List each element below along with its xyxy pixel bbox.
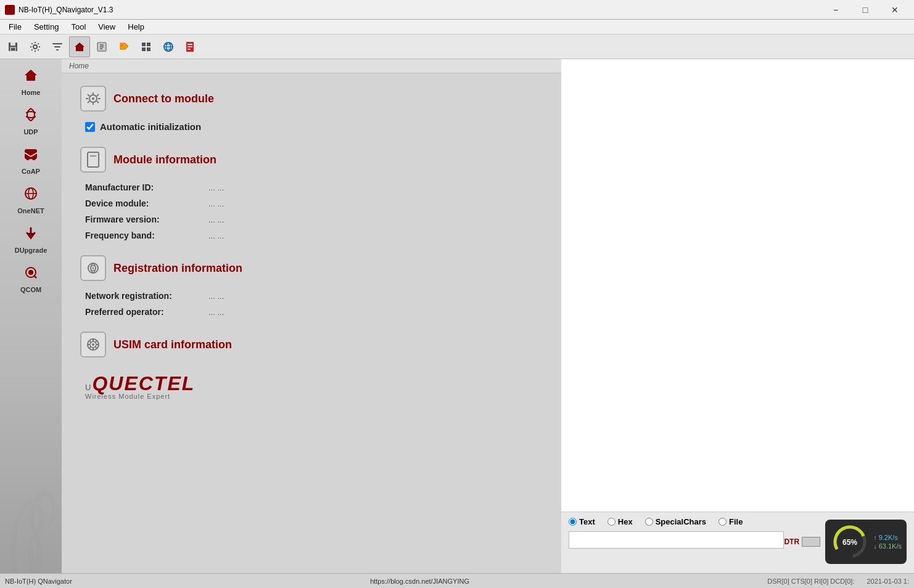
speed-up: ↑ 9.2K/s	[873, 534, 902, 541]
radio-file[interactable]: File	[718, 517, 743, 526]
log-button[interactable]	[180, 36, 201, 57]
maximize-button[interactable]: □	[851, 0, 879, 20]
minimize-button[interactable]: −	[821, 0, 850, 20]
svg-line-28	[34, 276, 36, 278]
svg-text:65%: 65%	[842, 538, 857, 547]
radio-file-label: File	[729, 517, 743, 526]
breadcrumb: Home	[62, 59, 561, 73]
svg-line-42	[95, 346, 97, 348]
radio-hex[interactable]: Hex	[607, 517, 633, 526]
preferred-operator-row: Preferred operator: ... ...	[80, 307, 543, 317]
sidebar-item-home[interactable]: Home	[0, 62, 62, 101]
radio-specialchars-input[interactable]	[645, 518, 653, 526]
filter-button[interactable]	[47, 36, 68, 57]
firmware-version-row: Firmware version: ... ...	[80, 214, 543, 224]
tag-button[interactable]	[113, 36, 134, 57]
globe-button[interactable]	[158, 36, 179, 57]
network-registration-label: Network registration:	[85, 291, 208, 301]
manufacturer-id-value: ... ...	[208, 183, 224, 192]
udp-icon	[22, 106, 39, 127]
svg-point-38	[92, 343, 94, 346]
status-left: NB-IoT(H) QNavigator	[5, 578, 72, 585]
sidebar-label-dupgrade: DUpgrade	[15, 247, 47, 254]
svg-rect-1	[10, 43, 15, 46]
svg-point-30	[92, 97, 94, 100]
app-title: NB-IoT(H)_QNavigator_V1.3	[19, 6, 113, 14]
registration-info-title: Registration information	[113, 262, 242, 275]
svg-point-35	[93, 267, 94, 269]
speed-widget: 65% ↑ 9.2K/s ↓ 63.1K/s	[825, 520, 907, 564]
svg-point-27	[28, 270, 33, 275]
sidebar-item-qcom[interactable]: QCOM	[0, 259, 62, 298]
grid-button[interactable]	[136, 36, 157, 57]
manufacturer-id-row: Manufacturer ID: ... ...	[80, 182, 543, 192]
title-bar: NB-IoT(H)_QNavigator_V1.3 − □ ✕	[0, 0, 914, 20]
radio-file-input[interactable]	[718, 518, 727, 526]
right-input-field[interactable]	[569, 531, 784, 549]
quectel-prefix: U	[85, 383, 91, 392]
radio-hex-label: Hex	[618, 517, 633, 526]
export-button[interactable]	[91, 36, 112, 57]
radio-specialchars-label: SpecialChars	[656, 517, 706, 526]
radio-options-row: Text Hex SpecialChars	[569, 517, 784, 526]
manufacturer-id-label: Manufacturer ID:	[85, 182, 208, 192]
radio-hex-input[interactable]	[607, 518, 616, 526]
menu-tool[interactable]: Tool	[65, 21, 92, 33]
speed-down: ↓ 63.1K/s	[873, 542, 902, 550]
connect-section-icon	[80, 86, 106, 112]
menu-view[interactable]: View	[92, 21, 121, 33]
sidebar-item-onenet[interactable]: OneNET	[0, 180, 62, 219]
svg-rect-19	[187, 49, 191, 50]
device-module-label: Device module:	[85, 198, 208, 208]
radio-specialchars[interactable]: SpecialChars	[645, 517, 706, 526]
svg-line-44	[90, 346, 92, 348]
preferred-operator-value: ... ...	[208, 308, 224, 317]
content-split: Home Connect to module Automatic initial…	[62, 59, 914, 573]
menu-file[interactable]: File	[2, 21, 28, 33]
title-bar-controls: − □ ✕	[821, 0, 909, 20]
module-info-section: Module information Manufacturer ID: ... …	[80, 147, 543, 240]
sidebar-item-coap[interactable]: CoAP	[0, 141, 62, 180]
radio-text-label: Text	[579, 517, 595, 526]
sidebar: Home UDP CoAP OneNET DUpgrade	[0, 59, 62, 573]
auto-init-label[interactable]: Automatic initialization	[100, 121, 201, 132]
menu-bar: File Setting Tool View Help	[0, 20, 914, 35]
sidebar-item-dupgrade[interactable]: DUpgrade	[0, 219, 62, 259]
main-layout: Home UDP CoAP OneNET DUpgrade	[0, 59, 914, 573]
status-url: https://blog.csdn.net/JIANGYING	[370, 578, 469, 585]
svg-rect-7	[142, 43, 146, 46]
module-info-title: Module information	[113, 153, 216, 166]
frequency-band-value: ... ...	[208, 231, 224, 240]
settings-button[interactable]	[25, 36, 46, 57]
menu-help[interactable]: Help	[121, 21, 150, 33]
svg-rect-8	[147, 43, 150, 46]
firmware-version-value: ... ...	[208, 215, 224, 224]
network-registration-row: Network registration: ... ...	[80, 291, 543, 301]
sidebar-item-udp[interactable]: UDP	[0, 101, 62, 141]
device-module-value: ... ...	[208, 199, 224, 208]
sidebar-watermark	[0, 450, 62, 573]
svg-rect-18	[187, 46, 192, 47]
svg-point-4	[33, 45, 37, 49]
close-button[interactable]: ✕	[881, 0, 909, 20]
home-toolbar-button[interactable]	[69, 36, 90, 57]
dupgrade-icon	[22, 224, 39, 245]
speed-readings: ↑ 9.2K/s ↓ 63.1K/s	[873, 534, 902, 550]
svg-point-21	[26, 157, 30, 160]
radio-text-input[interactable]	[569, 518, 577, 526]
sidebar-label-udp: UDP	[23, 128, 38, 136]
right-bottom-right: DTR 65%	[784, 517, 907, 564]
registration-info-section: Registration information Network registr…	[80, 255, 543, 317]
dtr-label: DTR	[784, 537, 799, 546]
auto-init-checkbox[interactable]	[85, 122, 95, 132]
menu-setting[interactable]: Setting	[28, 21, 65, 33]
dtr-box	[802, 537, 820, 547]
dtr-area: DTR	[784, 537, 820, 547]
onenet-icon	[22, 185, 39, 206]
svg-rect-9	[142, 47, 146, 51]
radio-text[interactable]: Text	[569, 517, 595, 526]
qcom-icon	[22, 264, 39, 285]
save-button[interactable]	[2, 36, 23, 57]
connect-to-module-section: Connect to module Automatic initializati…	[80, 86, 543, 132]
svg-point-6	[121, 44, 123, 46]
